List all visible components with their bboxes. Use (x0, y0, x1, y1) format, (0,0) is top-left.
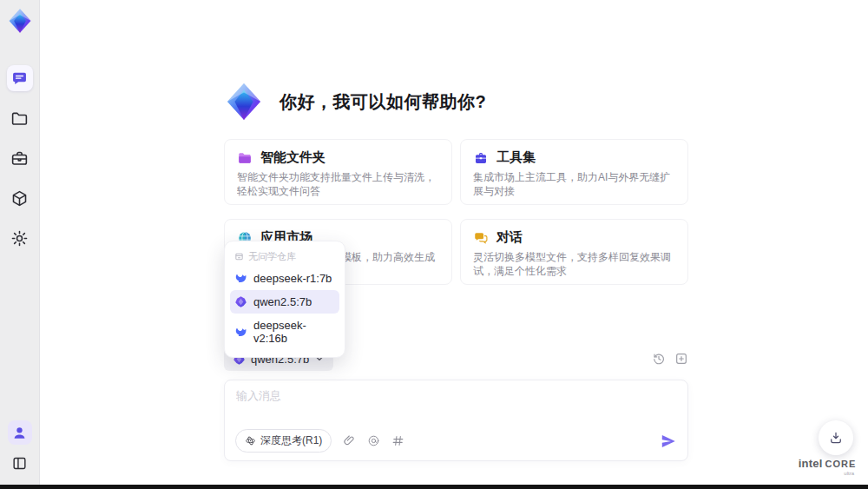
card-title: 工具集 (496, 149, 536, 166)
sidebar-item-folders[interactable] (7, 105, 33, 131)
chat-toolbar (652, 352, 688, 366)
card-toolset[interactable]: 工具集 集成市场上主流工具，助力AI与外界无缝扩展与对接 (460, 139, 688, 205)
sidebar-item-collapse[interactable] (8, 451, 32, 475)
intel-core-badge: intel CORE ultra (795, 457, 859, 476)
card-desc: 灵活切换多模型文件，支持多样回复效果调试，满足个性化需求 (473, 250, 675, 278)
assistant-logo-icon (224, 82, 264, 122)
deepseek-icon (234, 272, 247, 285)
card-desc: 集成市场上主流工具，助力AI与外界无缝扩展与对接 (473, 170, 675, 198)
toolbox-icon (473, 150, 489, 166)
app-logo-icon (7, 8, 33, 34)
sidebar-item-models[interactable] (7, 185, 33, 211)
card-title: 对话 (496, 229, 523, 246)
user-icon (11, 425, 28, 441)
greeting: 你好，我可以如何帮助你? (224, 82, 486, 122)
paperclip-icon[interactable] (343, 434, 356, 447)
card-desc: 智能文件夹功能支持批量文件上传与清洗，轻松实现文件问答 (237, 170, 439, 198)
panel-icon (11, 455, 28, 472)
greeting-title: 你好，我可以如何帮助你? (279, 90, 486, 114)
atom-icon (245, 435, 256, 446)
sidebar-item-settings[interactable] (7, 225, 33, 251)
sidebar-item-account[interactable] (8, 420, 32, 445)
repo-icon (234, 252, 244, 261)
model-option-deepseek-r1[interactable]: deepseek-r1:7b (230, 267, 339, 290)
sidebar-footer (8, 420, 32, 475)
deepseek-icon (234, 326, 247, 339)
model-repo-label: 无问学仓库 (248, 250, 296, 263)
model-dropdown-header: 无问学仓库 (230, 246, 339, 267)
intel-sub-text: ultra (795, 471, 859, 476)
model-option-qwen[interactable]: qwen2.5:7b (230, 290, 339, 314)
model-option-deepseek-v2[interactable]: deepseek-v2:16b (230, 314, 339, 350)
folder-icon (10, 109, 29, 128)
card-smart-folder[interactable]: 智能文件夹 智能文件夹功能支持批量文件上传与清洗，轻松实现文件问答 (224, 139, 452, 205)
mention-icon[interactable] (367, 434, 380, 447)
core-logo-text: CORE (825, 459, 856, 469)
sidebar-item-chat[interactable] (7, 65, 33, 91)
briefcase-icon (10, 149, 29, 168)
new-chat-icon[interactable] (674, 352, 688, 366)
model-dropdown: 无问学仓库 deepseek-r1:7b qwen2.5:7b deep (224, 241, 345, 358)
history-icon[interactable] (652, 352, 666, 366)
intel-logo-text: intel (799, 457, 823, 470)
sidebar-nav (7, 65, 33, 251)
sidebar-item-toolbox[interactable] (7, 145, 33, 171)
dialog-icon (473, 230, 489, 246)
composer: 深度思考(R1) (224, 380, 688, 461)
chat-icon (10, 69, 29, 88)
download-button[interactable] (819, 420, 853, 455)
card-dialog[interactable]: 对话 灵活切换多模型文件，支持多样回复效果调试，满足个性化需求 (460, 219, 688, 285)
cube-icon (10, 189, 29, 208)
card-title: 智能文件夹 (260, 149, 326, 166)
window-bottom-edge (0, 485, 868, 489)
send-icon (660, 433, 677, 450)
message-input[interactable] (236, 389, 676, 402)
app-window: 你好，我可以如何帮助你? 智能文件夹 智能文件夹功能支持批量文件上传与清洗，轻松… (0, 0, 868, 489)
smart-folder-icon (237, 150, 253, 166)
model-option-label: deepseek-v2:16b (253, 319, 335, 345)
composer-toolbar: 深度思考(R1) (235, 429, 677, 453)
main-content: 你好，我可以如何帮助你? 智能文件夹 智能文件夹功能支持批量文件上传与清洗，轻松… (224, 0, 688, 489)
deep-think-label: 深度思考(R1) (260, 433, 322, 448)
deep-think-toggle[interactable]: 深度思考(R1) (235, 429, 332, 453)
send-button[interactable] (660, 433, 677, 450)
qwen-icon (234, 295, 247, 308)
model-option-label: deepseek-r1:7b (253, 272, 332, 285)
gear-icon (10, 229, 29, 248)
download-icon (828, 430, 844, 446)
model-option-label: qwen2.5:7b (253, 295, 312, 308)
hash-icon[interactable] (391, 434, 404, 447)
sidebar (0, 0, 40, 489)
